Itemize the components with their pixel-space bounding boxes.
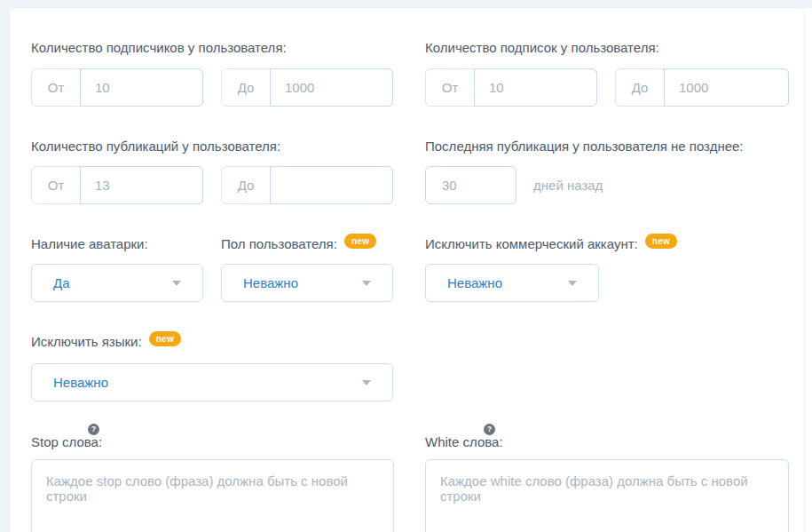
languages-label-text: Исключить языки: — [31, 334, 142, 350]
publications-label: Количество публикаций у пользователя: — [31, 139, 280, 155]
chevron-down-icon — [172, 281, 181, 286]
avatar-select[interactable]: Да — [31, 264, 203, 302]
white-words-label: White слова: — [425, 434, 503, 450]
subscriptions-to-prefix: До — [616, 69, 664, 106]
followers-from-group: От — [31, 68, 203, 107]
subscriptions-to-group: До — [615, 68, 789, 107]
avatar-label: Наличие аватарки: — [31, 236, 148, 252]
white-words-label-text: White слова: — [425, 434, 503, 450]
followers-to-input[interactable] — [270, 68, 393, 107]
publications-to-prefix: До — [222, 167, 270, 203]
languages-label: Исключить языки: new — [31, 334, 181, 350]
gender-select[interactable]: Неважно — [221, 264, 393, 302]
avatar-label-text: Наличие аватарки: — [31, 236, 148, 252]
last-publication-label-text: Последняя публикация у пользователя не п… — [425, 139, 744, 155]
avatar-select-value: Да — [53, 275, 70, 290]
publications-from-group: От — [31, 166, 203, 204]
gender-label-text: Пол пользователя: — [221, 236, 337, 252]
publications-label-text: Количество публикаций у пользователя: — [31, 139, 280, 155]
page-background-left-strip — [0, 0, 9, 532]
followers-from-prefix: От — [32, 69, 80, 106]
followers-label: Количество подписчиков у пользователя: — [31, 40, 287, 56]
new-badge: new — [645, 234, 677, 249]
languages-select-value: Неважно — [53, 375, 108, 390]
gender-select-value: Неважно — [243, 275, 298, 290]
publications-from-prefix: От — [32, 167, 80, 203]
chevron-down-icon — [362, 281, 371, 286]
publications-to-group: До — [221, 166, 393, 204]
commercial-label: Исключить коммерческий аккаунт: new — [425, 236, 677, 252]
chevron-down-icon — [568, 281, 577, 286]
new-badge: new — [149, 331, 181, 346]
subscriptions-label-text: Количество подписок у пользователя: — [425, 40, 659, 56]
white-words-textarea[interactable] — [425, 459, 789, 532]
languages-select[interactable]: Неважно — [31, 363, 393, 401]
followers-from-input[interactable] — [80, 68, 203, 107]
followers-to-prefix: До — [222, 69, 270, 106]
commercial-select-value: Неважно — [447, 275, 502, 290]
subscriptions-label: Количество подписок у пользователя: — [425, 40, 659, 56]
publications-to-input[interactable] — [270, 166, 393, 204]
last-publication-label: Последняя публикация у пользователя не п… — [425, 139, 744, 155]
subscriptions-from-prefix: От — [426, 69, 474, 106]
followers-to-group: До — [221, 68, 393, 107]
subscriptions-to-input[interactable] — [664, 68, 789, 107]
commercial-label-text: Исключить коммерческий аккаунт: — [425, 236, 638, 252]
gender-label: Пол пользователя: new — [221, 236, 376, 252]
stop-words-label-text: Stop слова: — [31, 434, 102, 450]
followers-label-text: Количество подписчиков у пользователя: — [31, 40, 287, 56]
audience-filters-panel: Количество подписчиков у пользователя: К… — [9, 7, 805, 532]
last-publication-suffix: дней назад — [533, 166, 603, 204]
subscriptions-from-input[interactable] — [474, 68, 597, 107]
stop-words-label: Stop слова: — [31, 434, 102, 450]
publications-from-input[interactable] — [80, 166, 203, 204]
stop-words-textarea[interactable] — [31, 459, 394, 532]
chevron-down-icon — [362, 380, 371, 385]
last-publication-days-input[interactable] — [425, 166, 516, 204]
commercial-select[interactable]: Неважно — [425, 264, 599, 302]
new-badge: new — [344, 234, 376, 249]
subscriptions-from-group: От — [425, 68, 597, 107]
